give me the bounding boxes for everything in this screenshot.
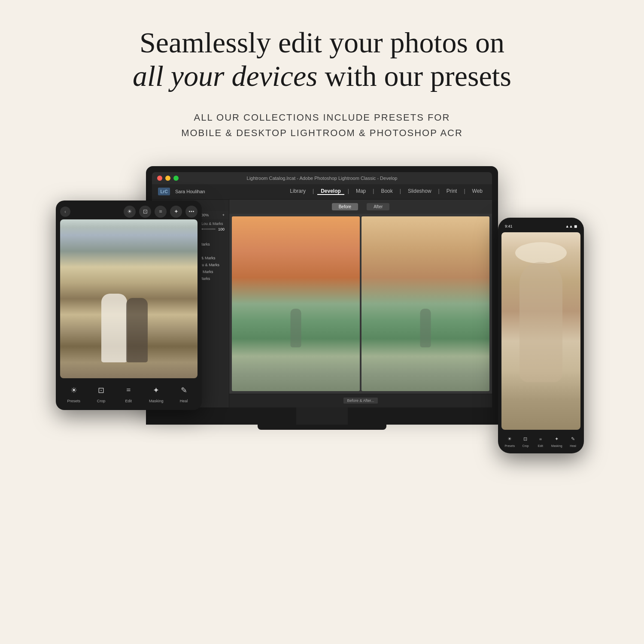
lr-nav-library[interactable]: Library [286,188,309,195]
ipad-photo [60,219,197,378]
lr-nav-print[interactable]: Print [443,188,461,195]
iphone-status: ▲▲ ◼ [565,224,577,228]
lr-main: ▸ Navigator FIT100%200%+ Preset: Vintage… [152,200,492,407]
ipad-presets-label: Presets [67,399,81,403]
lr-nav: Library | Develop | Map | Book | Slidesh… [286,188,486,195]
headline-normal: with our presets [318,60,511,92]
mac-title-bar: Lightroom Catalog.lrcat - Adobe Photosho… [152,172,492,184]
headline: Seamlessly edit your photos on all your … [133,26,511,93]
mac-maximize-btn[interactable] [173,176,179,181]
ipad-crop-icon: ⊡ [94,383,108,397]
iphone-edit-icon: ≡ [536,435,545,444]
lr-nav-book[interactable]: Book [377,188,396,195]
ipad-heal-icon: ✎ [177,383,191,397]
ipad-outer: ‹ ☀ ⊡ ≡ ✦ ••• ☀ Presets [56,200,202,410]
ipad-masking-icon: ✦ [149,383,163,397]
lr-nav-web[interactable]: Web [469,188,486,195]
iphone-presets-label: Presets [504,444,515,447]
iphone-tool-heal[interactable]: ✎ Heal [569,435,577,447]
subtitle-line1: ALL OUR COLLECTIONS INCLUDE PRESETS FOR [194,112,450,123]
iphone-notch: 9:41 ▲▲ ◼ [501,222,580,231]
lr-amount-value: 100 [218,227,225,231]
subtitle-line2: MOBILE & DESKTOP LIGHTROOM & PHOTOSHOP A… [181,128,463,138]
lr-photos [229,214,492,394]
ipad-tool-edit[interactable]: ≡ Edit [122,383,135,403]
ipad-toolbar: ☀ Presets ⊡ Crop ≡ Edit ✦ Masking ✎ He [60,382,197,405]
iphone-tool-crop[interactable]: ⊡ Crop [521,435,530,447]
lr-bottom-before-after[interactable]: Before & After... [343,398,377,404]
lr-nav-develop[interactable]: Develop [317,188,344,195]
mac-screen: LrC Sara Houlihan Library | Develop | Ma… [152,184,492,407]
ipad-back-icon[interactable]: ‹ [60,207,70,217]
lr-nav-slideshow[interactable]: Slideshow [404,188,435,195]
ipad-tool-masking[interactable]: ✦ Masking [149,383,164,403]
woman-silhouette-after [420,309,431,347]
ipad-tool-heal[interactable]: ✎ Heal [177,383,191,403]
lr-before-btn[interactable]: Before [332,203,358,210]
ipad-icon-more[interactable]: ••• [185,206,197,218]
lr-content: Before After Before & Afte [229,200,492,407]
iphone-masking-label: Masking [551,444,562,447]
ipad: ‹ ☀ ⊡ ≡ ✦ ••• ☀ Presets [56,200,202,410]
lr-bottom-bar: Before & After... [229,394,492,407]
mac-close-btn[interactable] [157,176,162,181]
iphone: 9:41 ▲▲ ◼ ☀ Presets ⊡ Crop ≡ Edit [498,218,584,453]
ipad-presets-icon: ☀ [67,383,81,397]
ipad-icon-crop[interactable]: ⊡ [139,206,151,218]
iphone-crop-icon: ⊡ [521,435,530,444]
iphone-tool-presets[interactable]: ☀ Presets [504,435,515,447]
lr-logo: LrC [158,188,170,195]
ipad-icons: ☀ ⊡ ≡ ✦ ••• [124,206,197,218]
iphone-presets-icon: ☀ [505,435,514,444]
ipad-tool-crop[interactable]: ⊡ Crop [94,383,108,403]
lr-before-after-bar: Before After [229,200,492,214]
lr-after-btn[interactable]: After [367,203,389,210]
headline-line1: Seamlessly edit your photos on [140,26,504,59]
ipad-heal-label: Heal [180,399,188,403]
iphone-toolbar: ☀ Presets ⊡ Crop ≡ Edit ✦ Masking ✎ He [501,433,580,449]
iphone-edit-label: Edit [538,444,543,447]
iphone-person-silhouette [519,262,562,382]
subtitle: ALL OUR COLLECTIONS INCLUDE PRESETS FOR … [181,110,463,140]
mac-stand [146,407,498,425]
iphone-time: 9:41 [505,224,513,228]
ipad-edit-label: Edit [125,399,132,403]
ipad-icon-sun[interactable]: ☀ [124,206,136,218]
lr-photo-after [361,216,489,391]
iphone-masking-icon: ✦ [553,435,561,444]
iphone-outer: 9:41 ▲▲ ◼ ☀ Presets ⊡ Crop ≡ Edit [498,218,584,453]
iphone-crop-label: Crop [522,444,529,447]
ipad-edit-icon: ≡ [122,383,135,397]
lr-photo-before [232,216,360,391]
devices-container: Lightroom Catalog.lrcat - Adobe Photosho… [64,166,580,518]
iphone-tool-masking[interactable]: ✦ Masking [551,435,562,447]
mac-stand-neck [296,407,348,425]
groom-silhouette [126,298,148,362]
ipad-crop-label: Crop [97,399,106,403]
mac-title-text: Lightroom Catalog.lrcat - Adobe Photosho… [247,176,398,181]
lr-topbar: LrC Sara Houlihan Library | Develop | Ma… [152,184,492,200]
mac-minimize-btn[interactable] [165,176,170,181]
ipad-tool-presets[interactable]: ☀ Presets [67,383,81,403]
woman-silhouette-before [291,309,301,347]
ipad-icon-mask[interactable]: ✦ [170,206,182,218]
iphone-tool-edit[interactable]: ≡ Edit [536,435,545,447]
iphone-photo [501,232,580,430]
ipad-icon-sliders[interactable]: ≡ [155,206,167,218]
lr-nav-map[interactable]: Map [352,188,369,195]
ipad-topbar: ‹ ☀ ⊡ ≡ ✦ ••• [60,206,197,218]
mac-base [258,425,386,430]
headline-italic: all your devices [133,60,318,92]
bride-silhouette [101,294,127,362]
iphone-heal-label: Heal [570,444,576,447]
iphone-hat-silhouette [515,242,567,264]
iphone-heal-icon: ✎ [569,435,577,444]
ipad-masking-label: Masking [149,399,164,403]
lr-user: Sara Houlihan [175,189,205,194]
